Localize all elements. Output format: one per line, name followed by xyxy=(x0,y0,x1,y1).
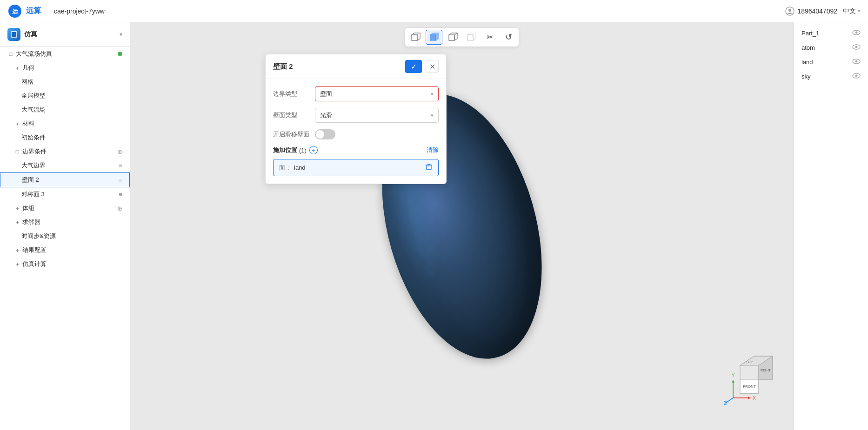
sidebar-item-mesh[interactable]: 网格 xyxy=(0,75,130,89)
toolbar-btn-3d[interactable] xyxy=(407,30,424,45)
sidebar-item-geometry[interactable]: ＋ 几何 xyxy=(0,61,130,75)
sidebar-item-timestep[interactable]: 时间步&资源 xyxy=(0,229,130,243)
sidebar-item-body-group[interactable]: ＋ 体组 ⊕ xyxy=(0,201,130,215)
user-info[interactable]: 18964047092 xyxy=(785,7,837,16)
sidebar-item-atm-sim[interactable]: □ 大气流场仿真 xyxy=(0,47,130,61)
svg-text:RIGHT: RIGHT xyxy=(761,369,771,372)
clear-button[interactable]: 清除 xyxy=(427,146,439,154)
status-dot xyxy=(118,52,122,56)
visibility-toggle-land[interactable] xyxy=(852,59,861,66)
boundary-type-select[interactable]: 壁面 ▾ xyxy=(315,86,439,101)
viewport: ✂ ↺ TOP FRONT xyxy=(130,22,794,430)
toolbar-btn-wireframe[interactable] xyxy=(444,30,461,45)
toolbar-btn-undo[interactable]: ↺ xyxy=(500,30,517,45)
sidebar-item-atm-boundary[interactable]: 大气边界 ≡ xyxy=(0,159,130,172)
slip-wall-toggle[interactable] xyxy=(315,129,335,139)
sidebar-item-label: 材料 xyxy=(22,119,122,128)
svg-rect-6 xyxy=(412,35,417,40)
right-panel-label: land xyxy=(801,59,813,66)
sidebar-item-label: 壁面 2 xyxy=(22,176,118,184)
expand-icon: ＋ xyxy=(14,261,20,267)
app-name: 远算 xyxy=(26,6,41,16)
form-row-boundary-type: 边界类型 壁面 ▾ xyxy=(273,86,439,101)
wall-type-select[interactable]: 光滑 ▾ xyxy=(315,108,439,123)
sidebar-item-label: 边界条件 xyxy=(22,147,117,156)
svg-rect-8 xyxy=(430,35,436,40)
sidebar-item-label: 时间步&资源 xyxy=(21,232,122,240)
svg-point-52 xyxy=(855,75,858,77)
close-icon: ✕ xyxy=(429,62,435,71)
sidebar-item-result-config[interactable]: ＋ 结果配置 xyxy=(0,243,130,257)
expand-icon: □ xyxy=(14,148,20,155)
menu-icon[interactable]: ≡ xyxy=(118,177,122,184)
sidebar-item-sim-calc[interactable]: ＋ 仿真计算 xyxy=(0,257,130,271)
menu-icon[interactable]: ≡ xyxy=(119,162,122,169)
sidebar-header: 仿真 ▾ xyxy=(0,22,130,47)
sidebar-item-wall2[interactable]: 壁面 2 ≡ xyxy=(0,172,130,187)
chevron-down-icon: ▾ xyxy=(431,91,434,97)
eye-icon xyxy=(852,59,861,64)
confirm-icon: ✓ xyxy=(411,62,417,71)
panel-body: 边界类型 壁面 ▾ 壁面类型 光滑 ▾ 开启滑移壁面 xyxy=(266,79,446,184)
confirm-button[interactable]: ✓ xyxy=(405,60,422,73)
add-action[interactable]: ⊕ xyxy=(117,148,122,155)
svg-text:Z: Z xyxy=(724,401,727,405)
eye-icon xyxy=(852,73,861,79)
close-button[interactable]: ✕ xyxy=(426,60,439,73)
wall-type-label: 壁面类型 xyxy=(273,111,315,119)
svg-rect-5 xyxy=(12,32,16,37)
apply-count: (1) xyxy=(299,147,307,154)
chevron-down-icon: ▾ xyxy=(858,8,861,14)
expand-icon: ＋ xyxy=(14,65,20,71)
svg-text:X: X xyxy=(753,396,756,401)
toolbar-btn-transparent[interactable] xyxy=(463,30,480,45)
sidebar-item-init-cond[interactable]: 初始条件 xyxy=(0,131,130,145)
visibility-toggle-part1[interactable] xyxy=(852,30,861,37)
right-panel-label: sky xyxy=(801,73,811,80)
user-id: 18964047092 xyxy=(797,7,837,15)
sidebar-item-label: 对称面 3 xyxy=(21,190,119,198)
location-name: land xyxy=(294,164,425,171)
sidebar-collapse-icon[interactable]: ▾ xyxy=(120,31,122,38)
right-panel: Part_1 atom land xyxy=(794,22,868,430)
sidebar-item-label: 初始条件 xyxy=(21,133,122,142)
language-selector[interactable]: 中文 ▾ xyxy=(843,7,861,15)
delete-location-button[interactable] xyxy=(425,163,433,172)
apply-section: 施加位置 (1) ＋ 清除 面： land xyxy=(273,146,439,176)
toolbar-btn-scissors[interactable]: ✂ xyxy=(481,30,498,45)
visibility-toggle-atom[interactable] xyxy=(852,44,861,51)
main-content: 仿真 ▾ □ 大气流场仿真 ＋ 几何 网格 全局模型 大气流场 ＋ 材料 xyxy=(0,22,868,430)
form-row-slip-wall: 开启滑移壁面 xyxy=(273,129,439,139)
sidebar-title: 仿真 xyxy=(24,30,120,39)
sidebar-item-boundary[interactable]: □ 边界条件 ⊕ xyxy=(0,145,130,159)
header-right: 18964047092 中文 ▾ xyxy=(785,7,861,16)
language-label: 中文 xyxy=(843,7,856,15)
sidebar-item-label: 网格 xyxy=(21,78,122,86)
add-location-button[interactable]: ＋ xyxy=(309,146,318,154)
sidebar-item-atm-field[interactable]: 大气流场 xyxy=(0,103,130,117)
location-type: 面： xyxy=(279,164,291,172)
solid-icon xyxy=(429,32,439,42)
svg-text:远: 远 xyxy=(12,8,18,15)
right-panel-item-sky: sky xyxy=(794,69,868,84)
sidebar-item-sym3[interactable]: 对称面 3 ≡ xyxy=(0,187,130,201)
wall-type-value: 光滑 xyxy=(320,111,332,119)
sidebar-item-materials[interactable]: ＋ 材料 xyxy=(0,117,130,131)
menu-icon[interactable]: ≡ xyxy=(119,191,122,198)
right-panel-item-land: land xyxy=(794,55,868,69)
sidebar-item-global-model[interactable]: 全局模型 xyxy=(0,89,130,103)
svg-marker-38 xyxy=(748,397,751,399)
visibility-toggle-sky[interactable] xyxy=(852,73,861,80)
sidebar-item-solver[interactable]: ＋ 求解器 xyxy=(0,215,130,229)
location-item: 面： land xyxy=(273,159,439,176)
sidebar: 仿真 ▾ □ 大气流场仿真 ＋ 几何 网格 全局模型 大气流场 ＋ 材料 xyxy=(0,22,130,430)
expand-icon: □ xyxy=(7,51,14,57)
wireframe-icon xyxy=(447,32,458,42)
logo[interactable]: 远 远算 xyxy=(7,4,41,19)
boundary-type-label: 边界类型 xyxy=(273,90,315,98)
svg-text:TOP: TOP xyxy=(746,360,753,364)
svg-rect-9 xyxy=(449,35,454,40)
app-header: 远 远算 cae-project-7yww 18964047092 中文 ▾ xyxy=(0,0,868,22)
toolbar-btn-solid[interactable] xyxy=(426,30,442,45)
add-action[interactable]: ⊕ xyxy=(117,205,122,212)
